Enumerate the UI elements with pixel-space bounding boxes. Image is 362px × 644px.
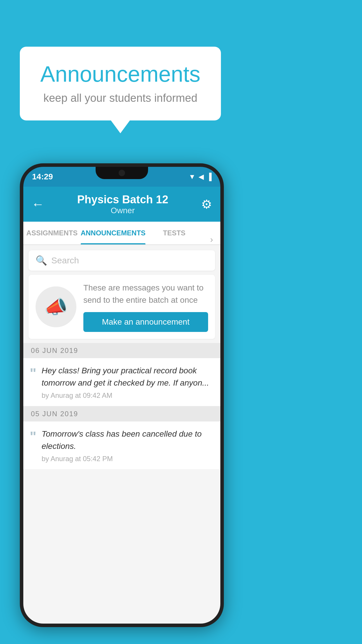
gear-icon[interactable]: ⚙ xyxy=(201,197,212,211)
announcement-promo-card: 📣 These are messages you want to send to… xyxy=(29,275,215,339)
announcement-text-2: Tomorrow's class has been cancelled due … xyxy=(42,428,214,463)
announcement-item-2[interactable]: " Tomorrow's class has been cancelled du… xyxy=(23,421,220,470)
search-icon: 🔍 xyxy=(36,255,47,266)
megaphone-icon: 📣 xyxy=(44,296,68,318)
speech-bubble-card: Announcements keep all your students inf… xyxy=(20,47,221,120)
phone-content: 🔍 Search 📣 These are messages you want t… xyxy=(23,245,220,624)
phone-camera xyxy=(119,170,125,176)
announcement-meta-2: by Anurag at 05:42 PM xyxy=(42,455,214,463)
date-separator-1: 06 JUN 2019 xyxy=(23,343,220,358)
header-subtitle: Owner xyxy=(77,206,168,215)
status-icons: ▼ ◀ ▐ xyxy=(189,173,212,181)
search-bar[interactable]: 🔍 Search xyxy=(29,250,215,271)
phone-notch xyxy=(96,167,148,179)
announcement-message-1: Hey class! Bring your practical record b… xyxy=(42,365,214,389)
header-title: Physics Batch 12 xyxy=(77,193,168,206)
battery-icon: ▐ xyxy=(207,173,212,181)
announcement-text-1: Hey class! Bring your practical record b… xyxy=(42,365,214,400)
app-header: ← Physics Batch 12 Owner ⚙ xyxy=(23,187,220,222)
date-separator-2: 05 JUN 2019 xyxy=(23,406,220,421)
quote-icon-1: " xyxy=(30,366,36,380)
announcements-title: Announcements xyxy=(37,61,203,87)
phone-mockup: 14:29 ▼ ◀ ▐ ← Physics Batch 12 Owner ⚙ A… xyxy=(20,163,224,627)
announcement-info: These are messages you want to send to t… xyxy=(83,282,208,332)
announcements-subtitle: keep all your students informed xyxy=(37,92,203,104)
megaphone-circle: 📣 xyxy=(36,286,76,327)
tab-more[interactable]: › xyxy=(203,235,220,244)
announcement-message-2: Tomorrow's class has been cancelled due … xyxy=(42,428,214,452)
tab-tests[interactable]: TESTS xyxy=(145,222,203,244)
search-placeholder: Search xyxy=(51,256,79,265)
header-center: Physics Batch 12 Owner xyxy=(77,193,168,215)
signal-icon: ◀ xyxy=(198,173,204,181)
announcement-description: These are messages you want to send to t… xyxy=(83,282,208,306)
announcement-item-1[interactable]: " Hey class! Bring your practical record… xyxy=(23,358,220,406)
make-announcement-button[interactable]: Make an announcement xyxy=(83,312,208,332)
tabs-bar: ASSIGNMENTS ANNOUNCEMENTS TESTS › xyxy=(23,222,220,245)
wifi-icon: ▼ xyxy=(189,173,196,181)
announcement-meta-1: by Anurag at 09:42 AM xyxy=(42,391,214,400)
tab-assignments[interactable]: ASSIGNMENTS xyxy=(23,222,81,244)
back-button[interactable]: ← xyxy=(31,197,44,211)
quote-icon-2: " xyxy=(30,430,36,444)
tab-announcements[interactable]: ANNOUNCEMENTS xyxy=(81,222,146,244)
status-time: 14:29 xyxy=(32,172,53,181)
